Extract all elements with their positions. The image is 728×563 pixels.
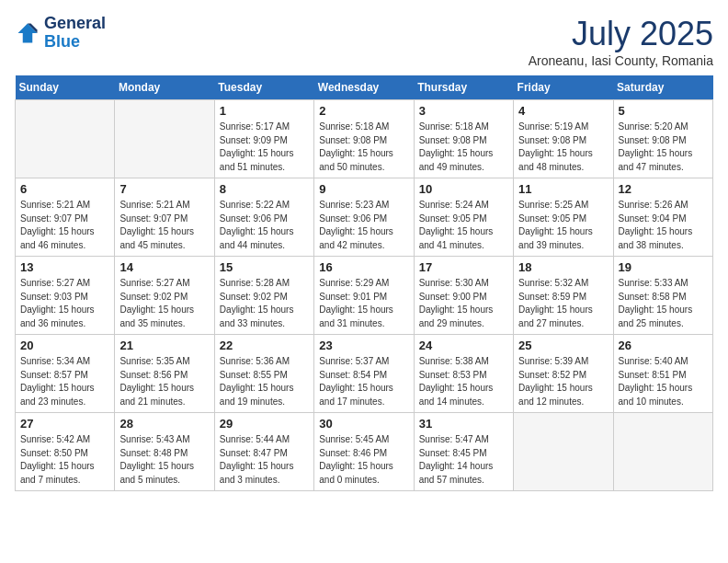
calendar-cell: 30Sunrise: 5:45 AM Sunset: 8:46 PM Dayli… [314, 413, 414, 491]
calendar-cell: 12Sunrise: 5:26 AM Sunset: 9:04 PM Dayli… [613, 178, 712, 257]
logo-text: General Blue [44, 15, 106, 52]
calendar-cell: 21Sunrise: 5:35 AM Sunset: 8:56 PM Dayli… [115, 335, 214, 413]
calendar-cell: 3Sunrise: 5:18 AM Sunset: 9:08 PM Daylig… [414, 100, 513, 178]
calendar-week-row: 6Sunrise: 5:21 AM Sunset: 9:07 PM Daylig… [16, 178, 713, 257]
day-detail: Sunrise: 5:28 AM Sunset: 9:02 PM Dayligh… [220, 277, 309, 330]
day-number: 16 [319, 260, 408, 274]
weekday-header: Wednesday [314, 75, 414, 100]
calendar-cell: 23Sunrise: 5:37 AM Sunset: 8:54 PM Dayli… [314, 335, 414, 413]
calendar-cell: 10Sunrise: 5:24 AM Sunset: 9:05 PM Dayli… [414, 178, 513, 257]
logo: General Blue [15, 15, 106, 52]
calendar-table: SundayMondayTuesdayWednesdayThursdayFrid… [15, 75, 713, 491]
calendar-cell: 4Sunrise: 5:19 AM Sunset: 9:08 PM Daylig… [514, 100, 613, 178]
calendar-cell: 29Sunrise: 5:44 AM Sunset: 8:47 PM Dayli… [214, 413, 313, 491]
day-detail: Sunrise: 5:37 AM Sunset: 8:54 PM Dayligh… [319, 355, 408, 408]
calendar-week-row: 20Sunrise: 5:34 AM Sunset: 8:57 PM Dayli… [16, 335, 713, 413]
calendar-cell: 22Sunrise: 5:36 AM Sunset: 8:55 PM Dayli… [214, 335, 313, 413]
calendar-week-row: 13Sunrise: 5:27 AM Sunset: 9:03 PM Dayli… [16, 257, 713, 335]
calendar-cell: 7Sunrise: 5:21 AM Sunset: 9:07 PM Daylig… [115, 178, 214, 257]
day-detail: Sunrise: 5:42 AM Sunset: 8:50 PM Dayligh… [20, 433, 109, 487]
day-number: 6 [20, 182, 109, 196]
day-number: 17 [419, 260, 508, 274]
day-number: 31 [419, 417, 508, 431]
day-detail: Sunrise: 5:21 AM Sunset: 9:07 PM Dayligh… [119, 199, 209, 252]
day-number: 24 [419, 339, 508, 352]
day-detail: Sunrise: 5:33 AM Sunset: 8:58 PM Dayligh… [619, 277, 708, 330]
day-detail: Sunrise: 5:29 AM Sunset: 9:01 PM Dayligh… [319, 277, 408, 330]
calendar-cell: 18Sunrise: 5:32 AM Sunset: 8:59 PM Dayli… [514, 257, 613, 335]
day-detail: Sunrise: 5:44 AM Sunset: 8:47 PM Dayligh… [220, 433, 309, 487]
weekday-header: Monday [115, 75, 214, 100]
logo-icon [15, 20, 40, 46]
weekday-header: Friday [514, 75, 613, 100]
calendar-cell: 2Sunrise: 5:18 AM Sunset: 9:08 PM Daylig… [314, 100, 414, 178]
day-number: 3 [419, 104, 508, 118]
title-block: July 2025 Aroneanu, Iasi County, Romania [529, 15, 713, 68]
weekday-header: Saturday [613, 75, 712, 100]
calendar-cell: 6Sunrise: 5:21 AM Sunset: 9:07 PM Daylig… [16, 178, 115, 257]
day-detail: Sunrise: 5:26 AM Sunset: 9:04 PM Dayligh… [619, 199, 708, 252]
day-number: 1 [220, 104, 309, 118]
calendar-cell: 11Sunrise: 5:25 AM Sunset: 9:05 PM Dayli… [514, 178, 613, 257]
calendar-cell: 15Sunrise: 5:28 AM Sunset: 9:02 PM Dayli… [214, 257, 313, 335]
calendar-cell: 26Sunrise: 5:40 AM Sunset: 8:51 PM Dayli… [613, 335, 712, 413]
calendar-cell: 20Sunrise: 5:34 AM Sunset: 8:57 PM Dayli… [16, 335, 115, 413]
day-number: 29 [220, 417, 309, 431]
day-detail: Sunrise: 5:18 AM Sunset: 9:08 PM Dayligh… [419, 121, 508, 174]
day-number: 4 [518, 104, 608, 118]
day-number: 30 [319, 417, 408, 431]
day-number: 13 [20, 260, 109, 274]
page-header: General Blue July 2025 Aroneanu, Iasi Co… [15, 15, 713, 68]
day-detail: Sunrise: 5:17 AM Sunset: 9:09 PM Dayligh… [220, 121, 309, 174]
calendar-cell [115, 100, 214, 178]
location-subtitle: Aroneanu, Iasi County, Romania [529, 53, 713, 68]
day-number: 19 [619, 260, 708, 274]
weekday-header-row: SundayMondayTuesdayWednesdayThursdayFrid… [16, 75, 713, 100]
day-number: 2 [319, 104, 408, 118]
calendar-cell: 24Sunrise: 5:38 AM Sunset: 8:53 PM Dayli… [414, 335, 513, 413]
weekday-header: Sunday [16, 75, 115, 100]
day-detail: Sunrise: 5:30 AM Sunset: 9:00 PM Dayligh… [419, 277, 508, 330]
day-detail: Sunrise: 5:24 AM Sunset: 9:05 PM Dayligh… [419, 199, 508, 252]
day-detail: Sunrise: 5:40 AM Sunset: 8:51 PM Dayligh… [619, 355, 708, 408]
day-number: 18 [518, 260, 608, 274]
day-number: 25 [518, 339, 608, 352]
day-detail: Sunrise: 5:35 AM Sunset: 8:56 PM Dayligh… [119, 355, 209, 408]
day-detail: Sunrise: 5:47 AM Sunset: 8:45 PM Dayligh… [419, 433, 508, 487]
calendar-cell: 28Sunrise: 5:43 AM Sunset: 8:48 PM Dayli… [115, 413, 214, 491]
day-number: 9 [319, 182, 408, 196]
day-detail: Sunrise: 5:36 AM Sunset: 8:55 PM Dayligh… [220, 355, 309, 408]
calendar-cell: 19Sunrise: 5:33 AM Sunset: 8:58 PM Dayli… [613, 257, 712, 335]
day-number: 11 [518, 182, 608, 196]
day-detail: Sunrise: 5:45 AM Sunset: 8:46 PM Dayligh… [319, 433, 408, 487]
day-number: 22 [220, 339, 309, 352]
month-title: July 2025 [529, 15, 713, 53]
weekday-header: Thursday [414, 75, 513, 100]
day-number: 8 [220, 182, 309, 196]
day-detail: Sunrise: 5:32 AM Sunset: 8:59 PM Dayligh… [518, 277, 608, 330]
calendar-cell: 14Sunrise: 5:27 AM Sunset: 9:02 PM Dayli… [115, 257, 214, 335]
day-number: 28 [119, 417, 209, 431]
day-detail: Sunrise: 5:27 AM Sunset: 9:03 PM Dayligh… [20, 277, 109, 330]
day-number: 14 [119, 260, 209, 274]
calendar-cell: 16Sunrise: 5:29 AM Sunset: 9:01 PM Dayli… [314, 257, 414, 335]
day-number: 15 [220, 260, 309, 274]
day-detail: Sunrise: 5:23 AM Sunset: 9:06 PM Dayligh… [319, 199, 408, 252]
day-number: 7 [119, 182, 209, 196]
calendar-cell: 31Sunrise: 5:47 AM Sunset: 8:45 PM Dayli… [414, 413, 513, 491]
day-detail: Sunrise: 5:27 AM Sunset: 9:02 PM Dayligh… [119, 277, 209, 330]
calendar-cell: 27Sunrise: 5:42 AM Sunset: 8:50 PM Dayli… [16, 413, 115, 491]
calendar-cell: 5Sunrise: 5:20 AM Sunset: 9:08 PM Daylig… [613, 100, 712, 178]
calendar-cell: 9Sunrise: 5:23 AM Sunset: 9:06 PM Daylig… [314, 178, 414, 257]
calendar-cell [514, 413, 613, 491]
weekday-header: Tuesday [214, 75, 313, 100]
calendar-cell: 17Sunrise: 5:30 AM Sunset: 9:00 PM Dayli… [414, 257, 513, 335]
calendar-week-row: 1Sunrise: 5:17 AM Sunset: 9:09 PM Daylig… [16, 100, 713, 178]
day-detail: Sunrise: 5:43 AM Sunset: 8:48 PM Dayligh… [119, 433, 209, 487]
day-number: 12 [619, 182, 708, 196]
calendar-cell [16, 100, 115, 178]
day-detail: Sunrise: 5:25 AM Sunset: 9:05 PM Dayligh… [518, 199, 608, 252]
day-detail: Sunrise: 5:22 AM Sunset: 9:06 PM Dayligh… [220, 199, 309, 252]
day-detail: Sunrise: 5:18 AM Sunset: 9:08 PM Dayligh… [319, 121, 408, 174]
day-detail: Sunrise: 5:38 AM Sunset: 8:53 PM Dayligh… [419, 355, 508, 408]
